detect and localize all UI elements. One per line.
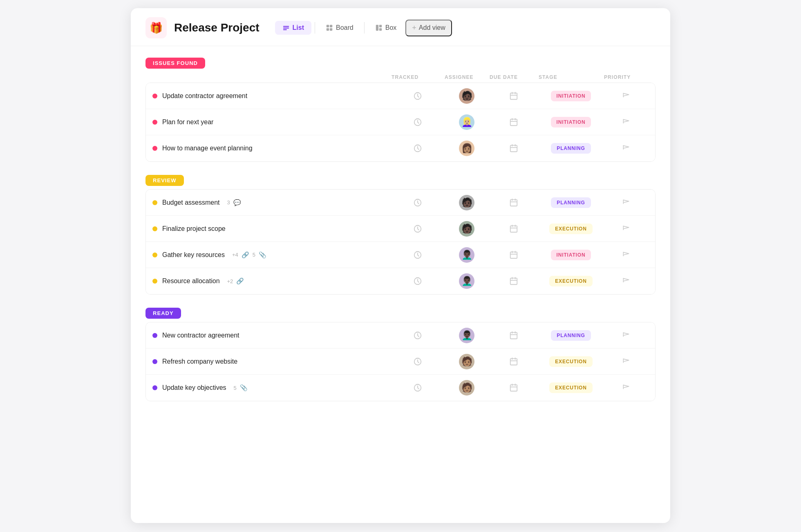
due-date-cell[interactable] xyxy=(489,383,538,392)
tracked-cell[interactable] xyxy=(391,144,444,153)
task-name-label: Update key objectives xyxy=(162,384,226,391)
tracked-cell[interactable] xyxy=(391,331,444,340)
stage-cell[interactable]: PLANNING xyxy=(538,330,604,341)
task-dot xyxy=(152,359,157,364)
assignee-cell[interactable]: 👨🏿‍🦱 xyxy=(444,247,489,263)
stage-cell[interactable]: EXECUTION xyxy=(538,356,604,367)
assignee-cell[interactable]: 🧑🏿 xyxy=(444,88,489,104)
task-meta: 5📎 xyxy=(234,384,248,391)
stage-cell[interactable]: PLANNING xyxy=(538,197,604,208)
due-date-cell[interactable] xyxy=(489,198,538,207)
task-dot xyxy=(152,146,157,151)
task-name-cell: Gather key resources+4🔗5📎 xyxy=(152,246,391,264)
stage-cell[interactable]: EXECUTION xyxy=(538,382,604,393)
stage-cell[interactable]: EXECUTION xyxy=(538,276,604,286)
nav-add-view[interactable]: + Add view xyxy=(405,20,452,36)
svg-rect-51 xyxy=(510,358,517,365)
priority-cell[interactable] xyxy=(604,384,649,392)
stage-cell[interactable]: PLANNING xyxy=(538,143,604,154)
stage-cell[interactable]: INITIATION xyxy=(538,117,604,127)
table-row[interactable]: New contractor agreement👨🏿‍🦱PLANNING xyxy=(146,322,655,349)
priority-cell[interactable] xyxy=(604,251,649,259)
table-row[interactable]: Gather key resources+4🔗5📎👨🏿‍🦱INITIATION xyxy=(146,242,655,268)
table-row[interactable]: Refresh company website🧑🏽EXECUTION xyxy=(146,349,655,375)
task-dot xyxy=(152,333,157,338)
table-row[interactable]: How to manage event planning👩🏽PLANNING xyxy=(146,135,655,161)
stage-cell[interactable]: EXECUTION xyxy=(538,224,604,234)
section-issues_found: ISSUES FOUNDTRACKEDASSIGNEEDUE DATESTAGE… xyxy=(145,58,656,162)
avatar: 👱🏼‍♀️ xyxy=(459,114,474,130)
due-date-cell[interactable] xyxy=(489,118,538,127)
avatar: 👩🏽 xyxy=(459,141,474,156)
priority-cell[interactable] xyxy=(604,144,649,152)
table-row[interactable]: Finalize project scope🧑🏿EXECUTION xyxy=(146,216,655,242)
nav-divider2 xyxy=(364,22,365,34)
due-date-cell[interactable] xyxy=(489,144,538,153)
stage-cell[interactable]: INITIATION xyxy=(538,91,604,101)
table-row[interactable]: Update contractor agreement🧑🏿INITIATION xyxy=(146,83,655,109)
task-name-label: Gather key resources xyxy=(162,251,225,259)
due-date-cell[interactable] xyxy=(489,92,538,101)
tracked-cell[interactable] xyxy=(391,224,444,233)
priority-cell[interactable] xyxy=(604,118,649,126)
svg-rect-3 xyxy=(327,25,329,27)
table-row[interactable]: Plan for next year👱🏼‍♀️INITIATION xyxy=(146,109,655,135)
tracked-cell[interactable] xyxy=(391,250,444,259)
list-icon xyxy=(282,24,290,31)
due-date-cell[interactable] xyxy=(489,331,538,340)
avatar: 👨🏿‍🦱 xyxy=(459,328,474,343)
nav-board[interactable]: Board xyxy=(318,21,361,35)
nav-box[interactable]: Box xyxy=(368,21,404,35)
timer-icon xyxy=(413,357,422,366)
nav-list[interactable]: List xyxy=(275,21,311,35)
assignee-cell[interactable]: 👩🏽 xyxy=(444,141,489,156)
meta-count: +4 xyxy=(232,252,238,258)
priority-cell[interactable] xyxy=(604,358,649,366)
due-date-cell[interactable] xyxy=(489,357,538,366)
task-name-label: New contractor agreement xyxy=(162,332,239,339)
assignee-cell[interactable]: 🧑🏿 xyxy=(444,221,489,237)
stage-cell[interactable]: INITIATION xyxy=(538,250,604,260)
assignee-cell[interactable]: 🧑🏿 xyxy=(444,195,489,210)
calendar-icon xyxy=(509,144,518,153)
table-row[interactable]: Budget assessment3💬🧑🏿PLANNING xyxy=(146,190,655,216)
tracked-cell[interactable] xyxy=(391,118,444,127)
task-name-label: Resource allocation xyxy=(162,277,220,285)
tracked-cell[interactable] xyxy=(391,92,444,101)
assignee-cell[interactable]: 🧑🏽 xyxy=(444,354,489,369)
table-row[interactable]: Update key objectives5📎🧑🏽EXECUTION xyxy=(146,375,655,401)
svg-rect-0 xyxy=(283,26,289,27)
flag-icon xyxy=(622,199,630,207)
priority-cell[interactable] xyxy=(604,277,649,285)
meta-count: 5 xyxy=(253,252,255,258)
timer-icon xyxy=(413,92,422,101)
flag-icon xyxy=(622,277,630,285)
assignee-cell[interactable]: 🧑🏽 xyxy=(444,380,489,396)
priority-cell[interactable] xyxy=(604,199,649,207)
tracked-cell[interactable] xyxy=(391,357,444,366)
tracked-cell[interactable] xyxy=(391,383,444,392)
flag-icon xyxy=(622,358,630,366)
svg-rect-31 xyxy=(510,226,517,232)
stage-badge: INITIATION xyxy=(551,250,591,260)
task-meta: 3💬 xyxy=(227,199,241,206)
section-review: REVIEWBudget assessment3💬🧑🏿PLANNINGFinal… xyxy=(145,175,656,295)
priority-cell[interactable] xyxy=(604,225,649,233)
table-row[interactable]: Resource allocation+2🔗👨🏿‍🦱EXECUTION xyxy=(146,268,655,294)
assignee-cell[interactable]: 👱🏼‍♀️ xyxy=(444,114,489,130)
assignee-cell[interactable]: 👨🏿‍🦱 xyxy=(444,328,489,343)
priority-cell[interactable] xyxy=(604,331,649,340)
task-name-cell: New contractor agreement xyxy=(152,326,391,345)
tracked-cell[interactable] xyxy=(391,277,444,286)
due-date-cell[interactable] xyxy=(489,250,538,259)
avatar: 🧑🏿 xyxy=(459,195,474,210)
meta-icon: 📎 xyxy=(240,384,248,391)
priority-cell[interactable] xyxy=(604,92,649,100)
calendar-icon xyxy=(509,198,518,207)
due-date-cell[interactable] xyxy=(489,224,538,233)
avatar: 🧑🏿 xyxy=(459,221,474,237)
tracked-cell[interactable] xyxy=(391,198,444,207)
due-date-cell[interactable] xyxy=(489,277,538,286)
svg-rect-5 xyxy=(327,28,329,31)
assignee-cell[interactable]: 👨🏿‍🦱 xyxy=(444,273,489,289)
